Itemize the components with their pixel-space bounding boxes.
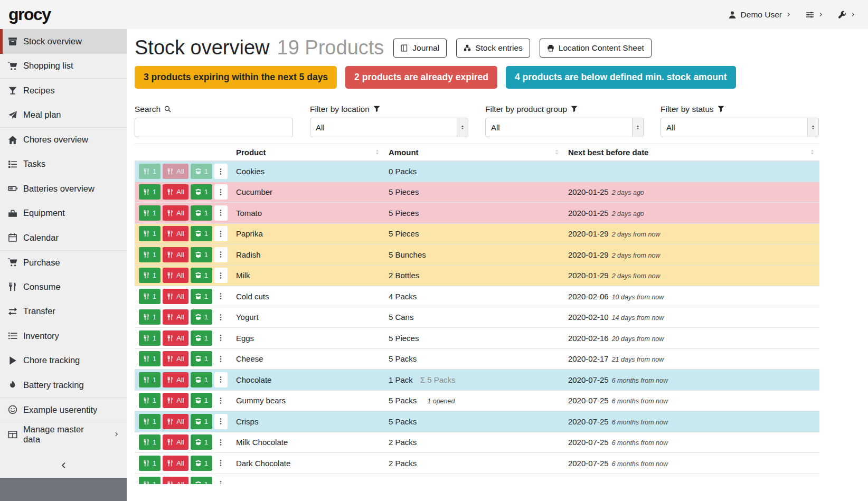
settings-menu[interactable]	[806, 11, 823, 19]
sidebar-item-tasks[interactable]: Tasks	[0, 152, 127, 177]
open-1-button[interactable]: 1	[191, 268, 212, 283]
consume-all-button[interactable]: All	[163, 351, 188, 366]
sidebar-item-inventory[interactable]: Inventory	[0, 324, 127, 348]
sidebar-item-manage-master-data[interactable]: Manage master data	[0, 422, 127, 447]
consume-all-button[interactable]: All	[163, 330, 188, 346]
open-1-button[interactable]: 1	[191, 372, 212, 387]
consume-1-button[interactable]: 1	[139, 247, 161, 262]
row-menu-button[interactable]	[214, 247, 228, 262]
row-menu-button[interactable]	[214, 184, 228, 200]
column-header-product[interactable]: Product	[232, 144, 384, 161]
row-menu-button[interactable]	[214, 372, 228, 387]
consume-all-button[interactable]: All	[163, 372, 188, 387]
open-1-button[interactable]: 1	[191, 184, 212, 200]
sidebar-item-shopping-list[interactable]: Shopping list	[0, 54, 127, 79]
consume-1-button[interactable]: 1	[139, 372, 161, 387]
consume-1-button[interactable]: 1	[139, 289, 161, 304]
sidebar-item-chore-tracking[interactable]: Chore tracking	[0, 348, 127, 373]
row-menu-button[interactable]	[214, 289, 228, 304]
consume-all-button[interactable]: All	[163, 184, 188, 200]
consume-1-button[interactable]: 1	[139, 164, 161, 179]
sidebar-item-purchase[interactable]: Purchase	[0, 250, 127, 275]
location-content-sheet-button[interactable]: Location Content Sheet	[540, 39, 652, 58]
sidebar-item-meal-plan[interactable]: Meal plan	[0, 103, 127, 128]
consume-all-button[interactable]: All	[163, 226, 188, 241]
row-menu-button[interactable]	[214, 434, 228, 450]
consume-1-button[interactable]: 1	[139, 434, 161, 450]
consume-1-button[interactable]: 1	[139, 184, 161, 200]
product-group-filter-select[interactable]: All	[485, 118, 644, 137]
utensils-icon	[167, 272, 174, 279]
row-menu-button[interactable]	[214, 456, 228, 471]
row-menu-button[interactable]	[214, 351, 228, 366]
row-menu-button[interactable]	[214, 330, 228, 346]
sidebar-item-consume[interactable]: Consume	[0, 275, 127, 299]
consume-all-button[interactable]: All	[163, 268, 188, 283]
sidebar-item-calendar[interactable]: Calendar	[0, 225, 127, 250]
stock-entries-button[interactable]: Stock entries	[456, 39, 530, 58]
open-1-button[interactable]: 1	[191, 164, 212, 179]
consume-1-button[interactable]: 1	[139, 268, 161, 283]
admin-menu[interactable]	[838, 11, 855, 19]
consume-all-button[interactable]: All	[163, 205, 188, 221]
open-1-button[interactable]: 1	[191, 414, 212, 429]
consume-1-button[interactable]: 1	[139, 393, 161, 408]
sidebar-item-recipes[interactable]: Recipes	[0, 78, 127, 103]
status-filter-select[interactable]: All	[661, 118, 819, 137]
open-1-button[interactable]: 1	[191, 226, 212, 241]
consume-1-button[interactable]: 1	[139, 414, 161, 429]
user-menu[interactable]: Demo User	[728, 10, 791, 20]
sidebar-item-stock-overview[interactable]: Stock overview	[0, 29, 127, 54]
open-1-button[interactable]: 1	[191, 477, 212, 484]
row-menu-button[interactable]	[214, 477, 228, 484]
open-1-button[interactable]: 1	[191, 309, 212, 325]
consume-all-button[interactable]: All	[163, 309, 188, 325]
open-1-button[interactable]: 1	[191, 351, 212, 366]
sidebar-item-equipment[interactable]: Equipment	[0, 201, 127, 226]
open-1-button[interactable]: 1	[191, 393, 212, 408]
consume-all-button[interactable]: All	[163, 477, 188, 484]
consume-all-button[interactable]: All	[163, 414, 188, 429]
below-min-stock-alert-badge[interactable]: 4 products are below defined min. stock …	[506, 66, 736, 89]
row-menu-button[interactable]	[214, 205, 228, 221]
consume-all-button[interactable]: All	[163, 393, 188, 408]
consume-1-button[interactable]: 1	[139, 226, 161, 241]
consume-1-button[interactable]: 1	[139, 477, 161, 484]
expiring-alert-badge[interactable]: 3 products expiring within the next 5 da…	[135, 66, 337, 89]
sidebar-item-chores-overview[interactable]: Chores overview	[0, 127, 127, 152]
consume-all-button[interactable]: All	[163, 456, 188, 471]
open-1-button[interactable]: 1	[191, 456, 212, 471]
sidebar-collapse-button[interactable]	[0, 452, 127, 478]
consume-1-button[interactable]: 1	[139, 309, 161, 325]
sidebar-item-example-userentity[interactable]: Example userentity	[0, 398, 127, 422]
consume-all-button[interactable]: All	[163, 247, 188, 262]
column-header-best-before-date[interactable]: Next best before date	[564, 144, 819, 161]
location-filter-select[interactable]: All	[310, 118, 468, 137]
consume-all-button[interactable]: All	[163, 289, 188, 304]
consume-1-button[interactable]: 1	[139, 456, 161, 471]
row-menu-button[interactable]	[214, 226, 228, 241]
open-1-button[interactable]: 1	[191, 434, 212, 450]
consume-all-button[interactable]: All	[163, 434, 188, 450]
consume-1-button[interactable]: 1	[139, 330, 161, 346]
grocy-logo[interactable]: grocy	[8, 5, 51, 24]
sidebar-item-batteries-overview[interactable]: Batteries overview	[0, 176, 127, 201]
row-menu-button[interactable]	[214, 164, 228, 179]
consume-1-button[interactable]: 1	[139, 351, 161, 366]
row-menu-button[interactable]	[214, 393, 228, 408]
search-input[interactable]	[135, 118, 293, 137]
open-1-button[interactable]: 1	[191, 289, 212, 304]
sidebar-item-battery-tracking[interactable]: Battery tracking	[0, 373, 127, 398]
open-1-button[interactable]: 1	[191, 330, 212, 346]
open-1-button[interactable]: 1	[191, 247, 212, 262]
journal-button[interactable]: Journal	[393, 39, 447, 58]
column-header-amount[interactable]: Amount	[384, 144, 564, 161]
expired-alert-badge[interactable]: 2 products are already expired	[345, 66, 497, 89]
row-menu-button[interactable]	[214, 414, 228, 429]
row-menu-button[interactable]	[214, 309, 228, 325]
sidebar-item-transfer[interactable]: Transfer	[0, 299, 127, 324]
open-1-button[interactable]: 1	[191, 205, 212, 221]
consume-1-button[interactable]: 1	[139, 205, 161, 221]
consume-all-button[interactable]: All	[163, 164, 188, 179]
row-menu-button[interactable]	[214, 268, 228, 283]
